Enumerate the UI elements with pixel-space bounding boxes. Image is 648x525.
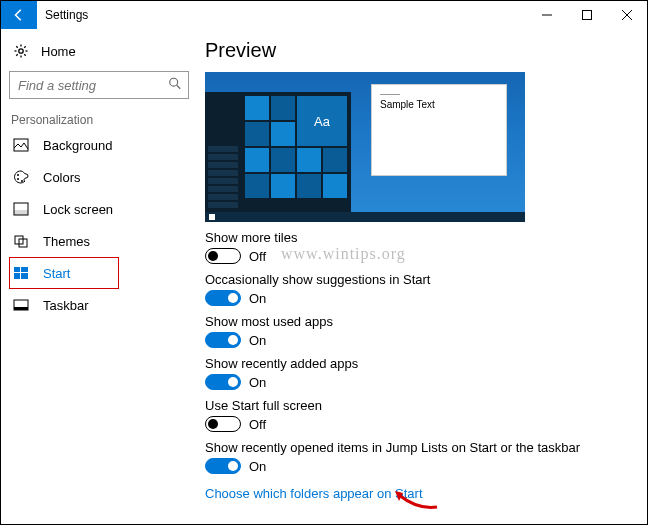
sidebar-item-background[interactable]: Background <box>9 129 189 161</box>
window-title: Settings <box>45 8 88 22</box>
minimize-icon <box>542 10 552 20</box>
setting-show-more-tiles: Show more tiles Off <box>205 230 623 264</box>
setting-label: Use Start full screen <box>205 398 623 413</box>
preview-start-menu: Aa <box>205 92 351 212</box>
start-icon <box>13 265 29 281</box>
start-preview: Aa Sample Text <box>205 72 525 222</box>
toggle-state: Off <box>249 417 266 432</box>
toggle-state: On <box>249 333 266 348</box>
toggle-state: On <box>249 459 266 474</box>
maximize-button[interactable] <box>567 1 607 29</box>
close-icon <box>622 10 632 20</box>
lockscreen-icon <box>13 201 29 217</box>
sidebar-group-label: Personalization <box>9 113 189 127</box>
sidebar-item-start[interactable]: Start <box>9 257 119 289</box>
setting-jump-lists: Show recently opened items in Jump Lists… <box>205 440 623 474</box>
preview-sample-text: Sample Text <box>380 99 498 110</box>
toggle-full-screen[interactable] <box>205 416 241 432</box>
toggle-recently-added[interactable] <box>205 374 241 390</box>
nav-label: Taskbar <box>43 298 89 313</box>
setting-label: Show recently added apps <box>205 356 623 371</box>
sidebar-item-colors[interactable]: Colors <box>9 161 189 193</box>
setting-recently-added: Show recently added apps On <box>205 356 623 390</box>
main-panel: Preview Aa Sample Text <box>197 29 647 524</box>
setting-label: Show more tiles <box>205 230 623 245</box>
svg-rect-8 <box>14 210 28 215</box>
taskbar-icon <box>13 297 29 313</box>
toggle-state: Off <box>249 249 266 264</box>
svg-rect-13 <box>14 273 20 279</box>
sidebar-item-taskbar[interactable]: Taskbar <box>9 289 189 321</box>
svg-rect-0 <box>583 11 592 20</box>
close-button[interactable] <box>607 1 647 29</box>
nav-label: Themes <box>43 234 90 249</box>
back-button[interactable] <box>1 1 37 29</box>
setting-suggestions: Occasionally show suggestions in Start O… <box>205 272 623 306</box>
preview-start-list <box>205 92 241 212</box>
svg-point-4 <box>17 174 19 176</box>
choose-folders-link[interactable]: Choose which folders appear on Start <box>205 486 423 501</box>
nav-label: Background <box>43 138 112 153</box>
svg-point-5 <box>17 178 19 180</box>
svg-point-6 <box>21 180 23 182</box>
preview-tile-aa: Aa <box>297 96 347 146</box>
sidebar: Home Personalization Background Colors L… <box>1 29 197 524</box>
setting-most-used: Show most used apps On <box>205 314 623 348</box>
titlebar: Settings <box>1 1 647 29</box>
nav-label: Start <box>43 266 70 281</box>
toggle-show-more-tiles[interactable] <box>205 248 241 264</box>
setting-label: Show most used apps <box>205 314 623 329</box>
annotation-arrow <box>393 489 439 514</box>
setting-label: Occasionally show suggestions in Start <box>205 272 623 287</box>
window-controls <box>527 1 647 29</box>
preview-sample-window: Sample Text <box>371 84 507 176</box>
preview-start-tiles: Aa <box>241 92 351 212</box>
palette-icon <box>13 169 29 185</box>
svg-rect-12 <box>21 267 28 272</box>
svg-point-1 <box>19 49 23 53</box>
picture-icon <box>13 137 29 153</box>
gear-icon <box>13 43 29 59</box>
toggle-suggestions[interactable] <box>205 290 241 306</box>
sidebar-item-themes[interactable]: Themes <box>9 225 189 257</box>
svg-rect-16 <box>14 307 28 310</box>
search-box[interactable] <box>9 71 189 99</box>
toggle-state: On <box>249 291 266 306</box>
sidebar-item-home[interactable]: Home <box>9 37 189 65</box>
svg-point-2 <box>170 78 178 86</box>
home-label: Home <box>41 44 76 59</box>
maximize-icon <box>582 10 592 20</box>
minimize-button[interactable] <box>527 1 567 29</box>
page-title: Preview <box>205 39 623 62</box>
toggle-most-used[interactable] <box>205 332 241 348</box>
nav-label: Lock screen <box>43 202 113 217</box>
search-icon <box>168 77 182 94</box>
toggle-state: On <box>249 375 266 390</box>
setting-full-screen: Use Start full screen Off <box>205 398 623 432</box>
svg-rect-14 <box>21 273 28 279</box>
setting-label: Show recently opened items in Jump Lists… <box>205 440 623 455</box>
content: Home Personalization Background Colors L… <box>1 29 647 524</box>
nav-label: Colors <box>43 170 81 185</box>
sidebar-item-lockscreen[interactable]: Lock screen <box>9 193 189 225</box>
themes-icon <box>13 233 29 249</box>
arrow-left-icon <box>12 8 26 22</box>
toggle-jump-lists[interactable] <box>205 458 241 474</box>
preview-taskbar <box>205 212 525 222</box>
svg-rect-11 <box>14 267 20 272</box>
